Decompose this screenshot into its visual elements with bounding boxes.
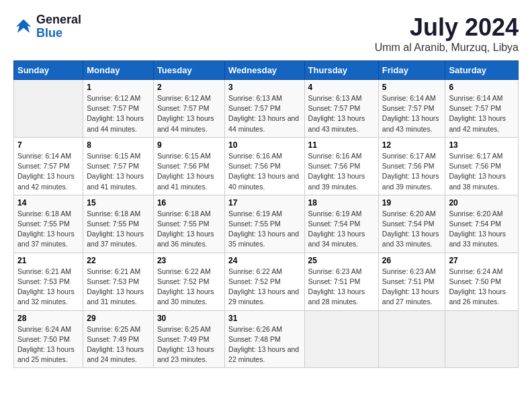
day-number: 17 <box>228 198 300 208</box>
day-info: Sunrise: 6:18 AM Sunset: 7:55 PM Dayligh… <box>157 209 221 250</box>
day-info: Sunrise: 6:16 AM Sunset: 7:56 PM Dayligh… <box>228 151 300 192</box>
day-info: Sunrise: 6:19 AM Sunset: 7:54 PM Dayligh… <box>308 209 375 250</box>
day-number: 2 <box>157 83 221 92</box>
header-tuesday: Tuesday <box>153 61 224 80</box>
day-number: 20 <box>449 198 515 208</box>
day-info: Sunrise: 6:21 AM Sunset: 7:53 PM Dayligh… <box>87 267 150 308</box>
day-info: Sunrise: 6:20 AM Sunset: 7:54 PM Dayligh… <box>449 209 515 250</box>
day-info: Sunrise: 6:17 AM Sunset: 7:56 PM Dayligh… <box>449 151 515 192</box>
week-row-3: 14 Sunrise: 6:18 AM Sunset: 7:55 PM Dayl… <box>14 195 519 253</box>
day-number: 24 <box>228 256 300 265</box>
day-info: Sunrise: 6:14 AM Sunset: 7:57 PM Dayligh… <box>17 151 79 192</box>
calendar-cell: 13 Sunrise: 6:17 AM Sunset: 7:56 PM Dayl… <box>445 137 519 195</box>
logo-text: General Blue <box>36 13 81 40</box>
week-row-1: 1 Sunrise: 6:12 AM Sunset: 7:57 PM Dayli… <box>14 80 519 138</box>
calendar-cell: 7 Sunrise: 6:14 AM Sunset: 7:57 PM Dayli… <box>14 137 83 195</box>
calendar-cell: 2 Sunrise: 6:12 AM Sunset: 7:57 PM Dayli… <box>153 80 224 138</box>
day-info: Sunrise: 6:13 AM Sunset: 7:57 PM Dayligh… <box>228 93 300 134</box>
header-saturday: Saturday <box>445 61 519 80</box>
day-number: 1 <box>87 83 150 92</box>
day-number: 30 <box>157 314 221 323</box>
calendar-cell: 21 Sunrise: 6:21 AM Sunset: 7:53 PM Dayl… <box>14 253 83 310</box>
day-number: 15 <box>87 198 150 208</box>
calendar-cell: 6 Sunrise: 6:14 AM Sunset: 7:57 PM Dayli… <box>445 80 519 138</box>
day-number: 5 <box>382 83 442 92</box>
day-info: Sunrise: 6:24 AM Sunset: 7:50 PM Dayligh… <box>449 267 515 308</box>
logo-line2: Blue <box>36 27 81 40</box>
week-row-4: 21 Sunrise: 6:21 AM Sunset: 7:53 PM Dayl… <box>14 253 519 310</box>
header-wednesday: Wednesday <box>225 61 304 80</box>
calendar-cell: 23 Sunrise: 6:22 AM Sunset: 7:52 PM Dayl… <box>153 253 224 310</box>
calendar-cell: 29 Sunrise: 6:25 AM Sunset: 7:49 PM Dayl… <box>83 310 154 368</box>
calendar-cell: 25 Sunrise: 6:23 AM Sunset: 7:51 PM Dayl… <box>304 253 378 310</box>
day-number: 27 <box>449 256 515 265</box>
calendar-cell <box>304 310 378 368</box>
day-info: Sunrise: 6:20 AM Sunset: 7:54 PM Dayligh… <box>382 209 442 250</box>
title-area: July 2024 Umm al Aranib, Murzuq, Libya <box>375 13 519 54</box>
day-number: 6 <box>449 83 515 92</box>
day-number: 23 <box>157 256 221 265</box>
header-friday: Friday <box>378 61 445 80</box>
calendar-cell: 27 Sunrise: 6:24 AM Sunset: 7:50 PM Dayl… <box>445 253 519 310</box>
logo-icon <box>13 17 34 37</box>
logo: General Blue <box>13 13 81 40</box>
day-info: Sunrise: 6:15 AM Sunset: 7:57 PM Dayligh… <box>87 151 150 192</box>
day-info: Sunrise: 6:12 AM Sunset: 7:57 PM Dayligh… <box>87 93 150 134</box>
day-number: 26 <box>382 256 442 265</box>
day-info: Sunrise: 6:25 AM Sunset: 7:49 PM Dayligh… <box>87 324 150 365</box>
day-number: 25 <box>308 256 375 265</box>
calendar-cell: 12 Sunrise: 6:17 AM Sunset: 7:56 PM Dayl… <box>378 137 445 195</box>
day-info: Sunrise: 6:12 AM Sunset: 7:57 PM Dayligh… <box>157 93 221 134</box>
day-info: Sunrise: 6:13 AM Sunset: 7:57 PM Dayligh… <box>308 93 375 134</box>
header-monday: Monday <box>83 61 154 80</box>
day-info: Sunrise: 6:25 AM Sunset: 7:49 PM Dayligh… <box>157 324 221 365</box>
calendar-cell: 26 Sunrise: 6:23 AM Sunset: 7:51 PM Dayl… <box>378 253 445 310</box>
day-number: 13 <box>449 140 515 150</box>
day-number: 4 <box>308 83 375 92</box>
calendar-table: SundayMondayTuesdayWednesdayThursdayFrid… <box>13 60 519 368</box>
day-number: 19 <box>382 198 442 208</box>
day-info: Sunrise: 6:22 AM Sunset: 7:52 PM Dayligh… <box>228 267 300 308</box>
day-number: 16 <box>157 198 221 208</box>
calendar-cell: 10 Sunrise: 6:16 AM Sunset: 7:56 PM Dayl… <box>225 137 304 195</box>
day-number: 28 <box>17 314 79 323</box>
calendar-cell: 19 Sunrise: 6:20 AM Sunset: 7:54 PM Dayl… <box>378 195 445 253</box>
day-info: Sunrise: 6:23 AM Sunset: 7:51 PM Dayligh… <box>382 267 442 308</box>
day-info: Sunrise: 6:23 AM Sunset: 7:51 PM Dayligh… <box>308 267 375 308</box>
calendar-cell: 20 Sunrise: 6:20 AM Sunset: 7:54 PM Dayl… <box>445 195 519 253</box>
day-number: 22 <box>87 256 150 265</box>
day-number: 3 <box>228 83 300 92</box>
calendar-cell: 3 Sunrise: 6:13 AM Sunset: 7:57 PM Dayli… <box>225 80 304 138</box>
day-info: Sunrise: 6:18 AM Sunset: 7:55 PM Dayligh… <box>87 209 150 250</box>
calendar-cell: 16 Sunrise: 6:18 AM Sunset: 7:55 PM Dayl… <box>153 195 224 253</box>
header-thursday: Thursday <box>304 61 378 80</box>
day-number: 29 <box>87 314 150 323</box>
calendar-cell: 18 Sunrise: 6:19 AM Sunset: 7:54 PM Dayl… <box>304 195 378 253</box>
day-number: 18 <box>308 198 375 208</box>
calendar-cell: 9 Sunrise: 6:15 AM Sunset: 7:56 PM Dayli… <box>153 137 224 195</box>
header: General Blue July 2024 Umm al Aranib, Mu… <box>13 13 519 54</box>
calendar-cell: 4 Sunrise: 6:13 AM Sunset: 7:57 PM Dayli… <box>304 80 378 138</box>
calendar-cell: 5 Sunrise: 6:14 AM Sunset: 7:57 PM Dayli… <box>378 80 445 138</box>
calendar-cell: 11 Sunrise: 6:16 AM Sunset: 7:56 PM Dayl… <box>304 137 378 195</box>
logo-line1: General <box>36 13 81 27</box>
calendar-cell <box>378 310 445 368</box>
header-row: SundayMondayTuesdayWednesdayThursdayFrid… <box>14 61 519 80</box>
day-info: Sunrise: 6:26 AM Sunset: 7:48 PM Dayligh… <box>228 324 300 365</box>
calendar-cell: 30 Sunrise: 6:25 AM Sunset: 7:49 PM Dayl… <box>153 310 224 368</box>
day-info: Sunrise: 6:17 AM Sunset: 7:56 PM Dayligh… <box>382 151 442 192</box>
calendar-cell <box>14 80 83 138</box>
day-info: Sunrise: 6:24 AM Sunset: 7:50 PM Dayligh… <box>17 324 79 365</box>
week-row-2: 7 Sunrise: 6:14 AM Sunset: 7:57 PM Dayli… <box>14 137 519 195</box>
header-sunday: Sunday <box>14 61 83 80</box>
day-number: 7 <box>17 140 79 150</box>
week-row-5: 28 Sunrise: 6:24 AM Sunset: 7:50 PM Dayl… <box>14 310 519 368</box>
calendar-cell: 1 Sunrise: 6:12 AM Sunset: 7:57 PM Dayli… <box>83 80 154 138</box>
day-info: Sunrise: 6:14 AM Sunset: 7:57 PM Dayligh… <box>382 93 442 134</box>
calendar-cell: 31 Sunrise: 6:26 AM Sunset: 7:48 PM Dayl… <box>225 310 304 368</box>
day-info: Sunrise: 6:14 AM Sunset: 7:57 PM Dayligh… <box>449 93 515 134</box>
calendar-cell: 14 Sunrise: 6:18 AM Sunset: 7:55 PM Dayl… <box>14 195 83 253</box>
day-info: Sunrise: 6:15 AM Sunset: 7:56 PM Dayligh… <box>157 151 221 192</box>
day-info: Sunrise: 6:16 AM Sunset: 7:56 PM Dayligh… <box>308 151 375 192</box>
day-number: 10 <box>228 140 300 150</box>
